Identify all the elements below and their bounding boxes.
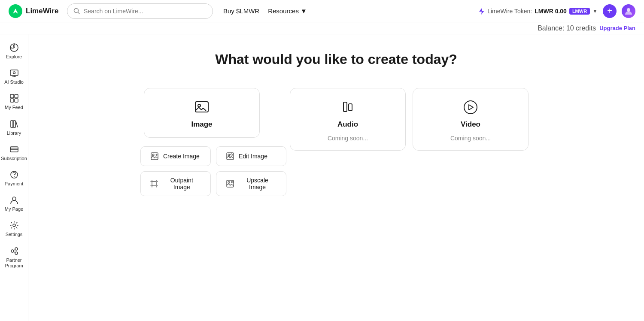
sidebar-item-subscription[interactable]: Subscription	[0, 140, 28, 166]
edit-image-label: Edit Image	[239, 153, 267, 160]
token-chevron-icon[interactable]: ▼	[592, 8, 598, 14]
image-actions: Create Image Edit Image	[140, 146, 286, 196]
svg-point-23	[15, 252, 18, 254]
create-image-button[interactable]: Create Image	[140, 146, 211, 166]
sidebar-item-subscription-label: Subscription	[1, 156, 27, 161]
svg-point-48	[464, 101, 477, 114]
svg-line-25	[14, 251, 15, 252]
audio-category-card[interactable]: Audio Coming soon...	[290, 88, 406, 151]
nav-links: Buy $LMWR Resources ▼	[223, 7, 307, 15]
buy-lmwr-link[interactable]: Buy $LMWR	[223, 7, 259, 15]
outpaint-image-button[interactable]: Outpaint Image	[140, 171, 211, 196]
svg-rect-28	[151, 153, 158, 160]
sidebar-item-my-page-label: My Page	[5, 206, 23, 212]
svg-point-27	[198, 104, 200, 107]
resources-link[interactable]: Resources ▼	[268, 7, 307, 15]
upscale-image-icon	[226, 179, 234, 188]
edit-image-icon	[226, 152, 234, 160]
library-icon	[9, 119, 19, 129]
svg-rect-14	[13, 121, 15, 127]
svg-rect-10	[15, 94, 18, 98]
create-plus-button[interactable]: +	[603, 4, 617, 18]
sidebar-item-explore-label: Explore	[6, 54, 22, 60]
sidebar-item-my-feed[interactable]: My Feed	[0, 89, 28, 115]
partner-program-icon	[9, 246, 19, 256]
page-title: What would you like to create today?	[54, 51, 618, 67]
token-label: LimeWire Token:	[487, 8, 532, 15]
svg-rect-12	[15, 99, 18, 102]
create-image-label: Create Image	[163, 153, 200, 160]
svg-point-20	[13, 224, 15, 227]
lmwr-badge: LMWR	[569, 8, 590, 15]
svg-rect-9	[10, 94, 14, 98]
svg-point-29	[152, 154, 154, 156]
upscale-image-button[interactable]: Upscale Image	[216, 171, 286, 196]
sidebar-item-payment-label: Payment	[5, 181, 23, 187]
lightning-icon	[479, 7, 485, 15]
my-feed-icon	[9, 94, 19, 103]
settings-icon	[9, 221, 19, 230]
video-section: Video Coming soon...	[409, 88, 532, 196]
sidebar-item-partner-program[interactable]: Partner Program	[0, 242, 28, 273]
svg-point-6	[13, 72, 15, 74]
sidebar-item-ai-studio-label: AI Studio	[4, 79, 24, 85]
sidebar-item-my-page[interactable]: My Page	[0, 191, 28, 216]
category-cards-row: Image Create Imag	[54, 88, 618, 196]
outpaint-image-icon	[150, 179, 158, 188]
upgrade-plan-link[interactable]: Upgrade Plan	[599, 25, 635, 31]
svg-point-19	[12, 197, 16, 200]
svg-point-3	[627, 8, 630, 12]
outpaint-image-label: Outpaint Image	[163, 177, 201, 191]
audio-card-icon	[339, 99, 356, 116]
svg-rect-43	[227, 180, 234, 187]
audio-coming-soon-text: Coming soon...	[328, 135, 368, 142]
search-input[interactable]	[84, 8, 207, 15]
create-image-icon	[150, 152, 159, 160]
image-section: Image Create Imag	[140, 88, 286, 196]
subscription-icon	[9, 145, 19, 154]
sidebar-item-ai-studio[interactable]: AI Studio	[0, 64, 28, 89]
resources-chevron-icon: ▼	[301, 7, 307, 15]
logo-text: LimeWire	[26, 7, 58, 15]
token-amount: LMWR 0.00	[535, 8, 567, 15]
sidebar-item-library[interactable]: Library	[0, 115, 28, 140]
sidebar-item-my-feed-label: My Feed	[5, 105, 23, 110]
svg-point-44	[228, 182, 230, 183]
sidebar-item-settings-label: Settings	[6, 232, 23, 237]
svg-line-24	[14, 249, 15, 250]
image-card-title: Image	[191, 120, 212, 129]
video-card-title: Video	[461, 120, 480, 129]
limewire-logo-icon	[9, 4, 22, 18]
search-bar[interactable]	[67, 3, 213, 19]
svg-rect-13	[11, 121, 13, 127]
image-card-icon	[193, 99, 210, 116]
sidebar-item-partner-program-label: Partner Program	[3, 257, 25, 269]
avatar[interactable]	[622, 4, 635, 18]
search-icon	[73, 8, 80, 15]
edit-image-button[interactable]: Edit Image	[216, 146, 286, 166]
video-coming-soon-text: Coming soon...	[450, 135, 491, 142]
svg-rect-11	[10, 99, 14, 102]
svg-rect-34	[152, 182, 156, 186]
video-category-card[interactable]: Video Coming soon...	[413, 88, 529, 151]
sidebar: Explore AI Studio	[0, 34, 28, 321]
header-right: LimeWire Token: LMWR 0.00 LMWR ▼ +	[479, 4, 635, 18]
upscale-image-label: Upscale Image	[238, 177, 276, 191]
video-card-icon	[462, 99, 479, 116]
sidebar-item-payment[interactable]: Payment	[0, 166, 28, 191]
svg-point-22	[15, 248, 18, 250]
header: LimeWire Buy $LMWR Resources ▼ LimeWire …	[0, 0, 644, 22]
layout: Explore AI Studio	[0, 34, 644, 321]
image-category-card[interactable]: Image	[144, 88, 260, 138]
svg-rect-16	[10, 148, 18, 149]
logo-area[interactable]: LimeWire	[9, 4, 60, 18]
ai-studio-icon	[9, 68, 19, 78]
svg-rect-5	[10, 70, 18, 76]
avatar-icon	[624, 7, 633, 15]
sidebar-item-settings[interactable]: Settings	[0, 216, 28, 242]
sidebar-item-explore[interactable]: Explore	[0, 39, 28, 64]
svg-point-21	[11, 250, 14, 252]
sidebar-item-library-label: Library	[7, 130, 21, 136]
svg-line-2	[78, 12, 80, 14]
balance-bar: Balance: 10 credits Upgrade Plan	[0, 22, 644, 34]
